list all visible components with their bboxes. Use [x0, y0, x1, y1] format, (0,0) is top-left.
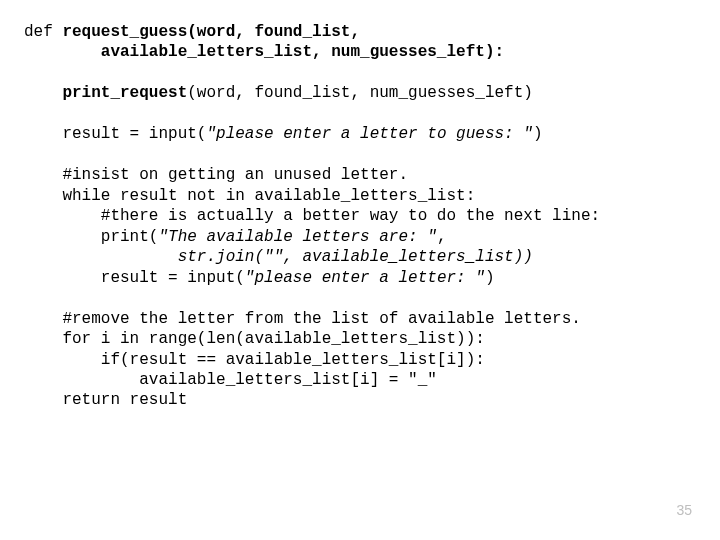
- kw-def: def: [24, 23, 62, 41]
- reassign-c: ): [485, 269, 495, 287]
- strjoin-call: str.join("", available_letters_list)): [178, 248, 533, 266]
- str-prompt-1: "please enter a letter to guess: ": [206, 125, 532, 143]
- return-line: return result: [24, 391, 187, 409]
- assign-underscore: available_letters_list[i] = "_": [24, 371, 437, 389]
- fn-sig-2: available_letters_list, num_guesses_left…: [24, 43, 504, 61]
- reassign-a: result = input(: [24, 269, 245, 287]
- code-block: def request_guess(word, found_list, avai…: [24, 22, 720, 411]
- print-avail-a: print(: [24, 228, 158, 246]
- comment-remove: #remove the letter from the list of avai…: [24, 310, 581, 328]
- print-avail-c: ,: [437, 228, 447, 246]
- assign-result: result = input(: [24, 125, 206, 143]
- indent-1: [24, 84, 62, 102]
- comment-insist: #insist on getting an unused letter.: [24, 166, 408, 184]
- strjoin-indent: [24, 248, 178, 266]
- slide: def request_guess(word, found_list, avai…: [0, 0, 720, 540]
- for-line: for i in range(len(available_letters_lis…: [24, 330, 485, 348]
- str-prompt-2: "please enter a letter: ": [245, 269, 485, 287]
- assign-result-end: ): [533, 125, 543, 143]
- call-print-request: print_request: [62, 84, 187, 102]
- comment-better: #there is actually a better way to do th…: [24, 207, 600, 225]
- fn-sig-1: request_guess(word, found_list,: [62, 23, 360, 41]
- page-number: 35: [676, 502, 692, 520]
- while-line: while result not in available_letters_li…: [24, 187, 475, 205]
- str-available: "The available letters are: ": [158, 228, 436, 246]
- if-line: if(result == available_letters_list[i]):: [24, 351, 485, 369]
- call-print-request-args: (word, found_list, num_guesses_left): [187, 84, 533, 102]
